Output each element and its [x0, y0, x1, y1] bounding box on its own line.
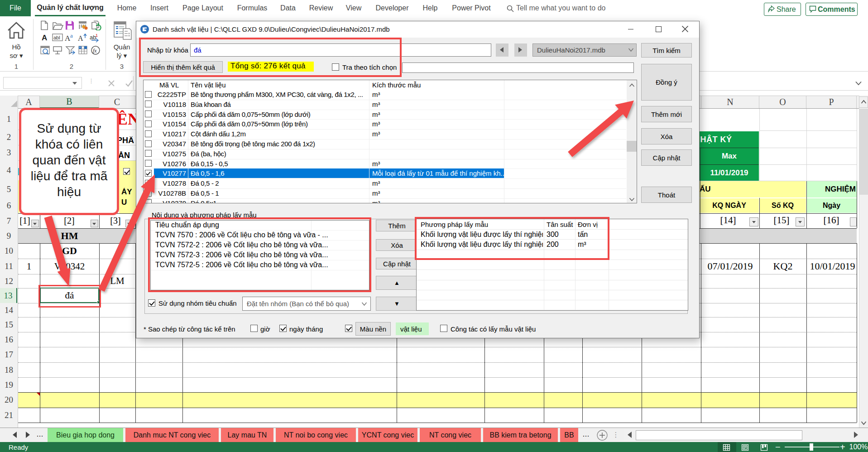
svg-text:abl: abl	[53, 35, 60, 40]
svg-text:A: A	[78, 34, 83, 42]
svg-text:fx: fx	[93, 48, 97, 54]
svg-text:a: a	[70, 32, 73, 39]
svg-text:*: *	[79, 46, 81, 50]
svg-text:A: A	[42, 34, 47, 42]
svg-text:1: 1	[96, 33, 98, 38]
